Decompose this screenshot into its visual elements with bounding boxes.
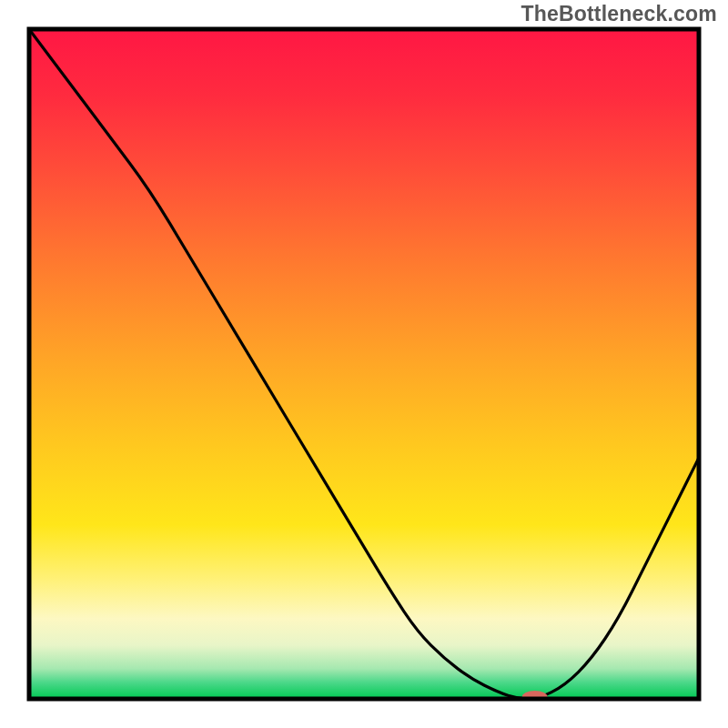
chart-container: TheBottleneck.com — [0, 0, 728, 728]
bottleneck-chart — [0, 0, 728, 728]
gradient-background — [29, 29, 699, 699]
watermark-text: TheBottleneck.com — [521, 2, 717, 26]
